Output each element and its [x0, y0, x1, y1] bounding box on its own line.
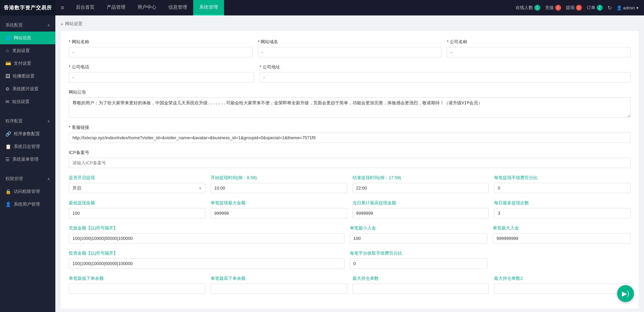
sidebar-item-log[interactable]: 📋 系统日志管理	[0, 140, 55, 153]
log-icon: 📋	[5, 144, 11, 149]
company-name-input[interactable]	[447, 47, 631, 57]
sidebar-section-program-config-header[interactable]: 程序配置 ∧	[0, 115, 55, 127]
max-daily-count-input[interactable]	[494, 208, 631, 218]
website-notice-input[interactable]: 尊敬的用户：为了给大家带来更好的体验，中国金荣这几天系统在升级.......可能…	[69, 97, 631, 118]
recharge-count: 充值 0	[545, 5, 561, 11]
form-row-icp: ICP备案号	[69, 150, 631, 168]
sidebar-item-label: 支付设置	[14, 60, 31, 66]
min-recharge-input[interactable]	[350, 233, 488, 244]
form-row-recharge: 充值金额【以|符号隔开】 单笔最小入金 单笔最大入金	[69, 225, 631, 244]
username: admin	[623, 5, 635, 10]
sidebar-section-system-config-header[interactable]: 系统配置 ∧	[0, 19, 55, 32]
recharge-label: 充值	[545, 5, 554, 11]
min-withdraw-input[interactable]	[69, 208, 205, 218]
float-support-button[interactable]: ▶)	[617, 285, 634, 302]
invest-amounts-input[interactable]	[69, 258, 344, 269]
max-daily-count-label: 每日最多提现次数	[494, 200, 631, 206]
chevron-up-icon: ∧	[47, 177, 50, 181]
order-badge: 2	[597, 5, 603, 11]
chevron-down-icon: ▾	[636, 5, 639, 10]
withdraw-fee-input[interactable]	[494, 183, 631, 193]
nav-item-product[interactable]: 产品管理	[101, 0, 131, 15]
withdraw-end-input[interactable]	[353, 183, 489, 193]
sidebar-section-label: 权限管理	[5, 176, 23, 182]
sidebar-item-system-user[interactable]: 👤 系统用户管理	[0, 198, 55, 211]
max-pending2-input[interactable]	[494, 283, 631, 294]
withdraw-badge: 0	[576, 5, 582, 11]
withdraw-enable-select[interactable]: 开启 关闭	[69, 183, 205, 193]
platform-fee-input[interactable]	[350, 258, 488, 269]
customer-link-input[interactable]	[69, 133, 631, 143]
max-single-withdraw-label: 单笔提现最大金额	[211, 200, 347, 206]
sidebar-item-menu[interactable]: ☰ 系统菜单管理	[0, 153, 55, 166]
nav-item-dashboard[interactable]: 后台首页	[70, 0, 101, 15]
website-name-input[interactable]	[69, 47, 253, 57]
sidebar-item-label: 系统图片设置	[12, 86, 39, 92]
website-domain-input[interactable]	[258, 47, 442, 57]
form-row-2: * 公司电话 * 公司地址	[69, 64, 631, 83]
user-info[interactable]: 👤 admin ▾	[616, 5, 639, 10]
company-name-label: * 公司名称	[447, 39, 631, 45]
sidebar-item-carousel[interactable]: 🖼 轮播图设置	[0, 70, 55, 83]
website-notice-group: 网站公告 尊敬的用户：为了给大家带来更好的体验，中国金荣这几天系统在升级....…	[69, 89, 631, 118]
brand: 香港数字资产交易所	[0, 0, 55, 15]
sidebar-section-permission-header[interactable]: 权限管理 ∧	[0, 172, 55, 185]
sidebar: 系统配置 ∧ 🌐 网站信息 ☆ 奖励设置 💳 支付设置 🖼 轮播图设置 ⚙ 系统…	[0, 15, 55, 312]
sidebar-item-reward[interactable]: ☆ 奖励设置	[0, 44, 55, 57]
company-phone-input[interactable]	[69, 72, 254, 83]
icp-input[interactable]	[69, 158, 631, 168]
max-single-withdraw-input[interactable]	[211, 208, 347, 218]
form-row-withdraw-limits: 最低提现金额 单笔提现最大金额 当日累计最高提现金额 每日最多提现次数	[69, 200, 631, 218]
sidebar-item-website-info[interactable]: 🌐 网站信息	[0, 32, 55, 44]
company-phone-label: * 公司电话	[69, 64, 254, 70]
withdraw-fee-group: 每笔提现手续费百分比	[494, 175, 631, 193]
card-icon: 💳	[5, 61, 11, 66]
max-order-balance-input[interactable]	[211, 283, 347, 294]
withdraw-start-input[interactable]	[211, 183, 347, 193]
company-name-group: * 公司名称	[447, 39, 631, 57]
website-notice-label: 网站公告	[69, 89, 631, 95]
globe-icon: 🌐	[5, 35, 11, 41]
sidebar-item-access[interactable]: 🔒 访问权限管理	[0, 185, 55, 198]
sidebar-item-payment[interactable]: 💳 支付设置	[0, 57, 55, 70]
withdraw-enable-group: 是否开启提现 开启 关闭	[69, 175, 205, 193]
max-daily-withdraw-group: 当日累计最高提现金额	[353, 200, 489, 218]
min-recharge-group: 单笔最小入金	[350, 225, 488, 244]
nav-item-system[interactable]: 系统管理	[193, 0, 224, 15]
icp-label: ICP备案号	[69, 150, 631, 156]
max-recharge-input[interactable]	[493, 233, 631, 244]
refresh-icon[interactable]: ↻	[607, 5, 612, 11]
sidebar-item-param-config[interactable]: 🔗 程序参数配置	[0, 127, 55, 140]
max-pending-group: 最大持仓单数	[353, 275, 489, 294]
sidebar-item-label: 系统菜单管理	[12, 156, 39, 162]
nav-item-user[interactable]: 用户中心	[131, 0, 162, 15]
menu-toggle-icon[interactable]: ≡	[55, 4, 70, 11]
recharge-badge: 0	[555, 5, 561, 11]
withdraw-fee-label: 每笔提现手续费百分比	[494, 175, 631, 181]
max-daily-withdraw-input[interactable]	[353, 208, 489, 218]
online-users: 在线人数 1	[516, 5, 540, 11]
sidebar-section-permission: 权限管理 ∧ 🔒 访问权限管理 👤 系统用户管理	[0, 169, 55, 214]
website-domain-label: * 网站域名	[258, 39, 442, 45]
user-icon: 👤	[616, 5, 622, 10]
nav-item-info[interactable]: 信息管理	[162, 0, 193, 15]
sidebar-item-system-image[interactable]: ⚙ 系统图片设置	[0, 83, 55, 95]
sidebar-item-label: 奖励设置	[12, 48, 30, 54]
max-pending-input[interactable]	[353, 283, 489, 294]
sidebar-item-sms[interactable]: ✉ 短信设置	[0, 95, 55, 108]
min-recharge-label: 单笔最小入金	[350, 225, 488, 231]
content-card: * 网站名称 * 网站域名 * 公司名称 * 公司电话 * 公司地址	[61, 31, 639, 309]
nav-items: 后台首页 产品管理 用户中心 信息管理 系统管理	[70, 0, 510, 15]
form-row-1: * 网站名称 * 网站域名 * 公司名称	[69, 39, 631, 57]
min-order-balance-input[interactable]	[69, 283, 205, 294]
sidebar-section-label: 系统配置	[5, 22, 23, 28]
sidebar-item-label: 系统日志管理	[14, 144, 40, 150]
company-phone-group: * 公司电话	[69, 64, 254, 83]
image-icon: 🖼	[5, 73, 10, 79]
recharge-amounts-input[interactable]	[69, 233, 344, 244]
max-single-withdraw-group: 单笔提现最大金额	[211, 200, 347, 218]
company-address-input[interactable]	[260, 72, 631, 83]
form-row-notice: 网站公告 尊敬的用户：为了给大家带来更好的体验，中国金荣这几天系统在升级....…	[69, 89, 631, 118]
recharge-amounts-label: 充值金额【以|符号隔开】	[69, 225, 344, 231]
recharge-amounts-group: 充值金额【以|符号隔开】	[69, 225, 344, 244]
